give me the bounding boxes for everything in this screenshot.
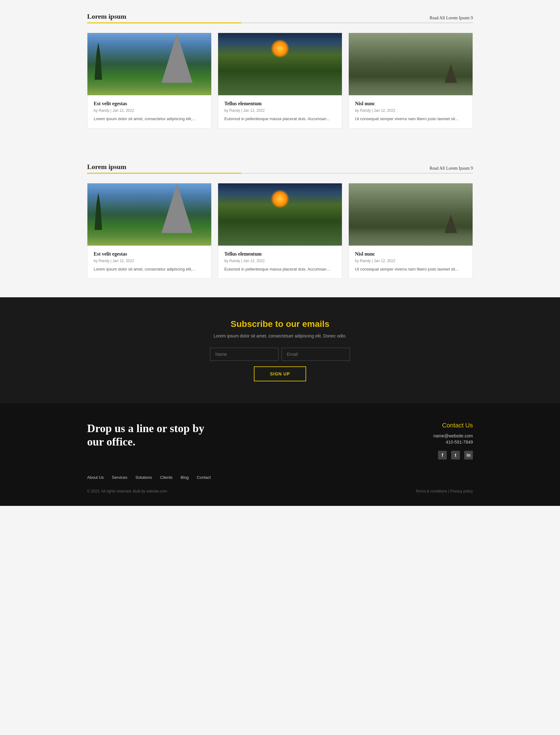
footer-nav-clients[interactable]: Clients xyxy=(160,475,173,480)
card-2-2-excerpt: Euismod in pellentesque massa placerat d… xyxy=(224,266,336,272)
footer-nav-solutions[interactable]: Solutions xyxy=(135,475,152,480)
card-1-1-image xyxy=(87,33,211,95)
card-1-2-image xyxy=(218,33,342,95)
card-1-2-excerpt: Euismod in pellentesque massa placerat d… xyxy=(224,116,336,122)
subscribe-title: Subscribe to our emails xyxy=(87,319,473,329)
card-2-2-image xyxy=(218,183,342,246)
card-2-2-body: Tellus elementum by Randy | Jan 12, 2022… xyxy=(218,246,342,278)
blog-section-2: Lorem ipsum Read All Lorem Ipsum 9 Est v… xyxy=(0,150,560,297)
card-1-2-meta: by Randy | Jan 12, 2022 xyxy=(224,108,336,113)
footer-nav-contact[interactable]: Contact xyxy=(197,475,211,480)
privacy-link[interactable]: Privacy policy xyxy=(450,489,473,494)
card-1-3-image xyxy=(349,33,473,95)
footer-main: Drop us a line or stop by our office. Co… xyxy=(87,422,473,460)
subscribe-form xyxy=(87,348,473,361)
terms-link[interactable]: Terms & conditions xyxy=(415,489,447,494)
footer-nav-services[interactable]: Services xyxy=(112,475,127,480)
footer-nav: About Us Services Solutions Clients Blog… xyxy=(87,475,473,480)
card-1-1[interactable]: Est velit egestas by Randy | Jan 12, 202… xyxy=(87,33,212,129)
card-2-1-title: Est velit egestas xyxy=(94,251,205,257)
twitter-icon[interactable]: t xyxy=(451,451,460,460)
card-2-3-image xyxy=(349,183,473,246)
card-1-1-excerpt: Lorem ipsum dolor sit amet, consectetur … xyxy=(94,116,205,122)
blog-section-1: Lorem ipsum Read All Lorem Ipsum 9 Est v… xyxy=(0,0,560,147)
card-2-3[interactable]: Nisl nunc by Randy | Jan 12, 2022 Ut con… xyxy=(348,183,473,279)
section-1-divider xyxy=(87,22,473,23)
section-2-divider xyxy=(87,173,473,174)
footer-contact-title: Contact Us xyxy=(433,422,473,429)
section-1-title: Lorem ipsum xyxy=(87,12,126,21)
subscribe-description: Lorem ipsum dolor sit amet, consectetuer… xyxy=(87,333,473,338)
card-1-1-title: Est velit egestas xyxy=(94,101,205,106)
card-1-1-meta: by Randy | Jan 12, 2022 xyxy=(94,108,205,113)
footer-contact-email: name@website.com xyxy=(433,433,473,438)
footer-nav-blog[interactable]: Blog xyxy=(181,475,189,480)
card-1-2-title: Tellus elementum xyxy=(224,101,336,106)
card-1-2-body: Tellus elementum by Randy | Jan 12, 2022… xyxy=(218,95,342,128)
footer-contact-phone: 410-591-7849 xyxy=(433,440,473,445)
linkedin-icon[interactable]: in xyxy=(464,451,473,460)
footer-tagline: Drop us a line or stop by our office. xyxy=(87,422,212,449)
card-2-3-body: Nisl nunc by Randy | Jan 12, 2022 Ut con… xyxy=(349,246,473,278)
card-2-1-image xyxy=(87,183,211,246)
card-1-3-title: Nisl nunc xyxy=(355,101,466,106)
section-2-read-all[interactable]: Read All Lorem Ipsum 9 xyxy=(430,166,473,171)
facebook-icon[interactable]: f xyxy=(438,451,447,460)
card-2-3-title: Nisl nunc xyxy=(355,251,466,257)
card-2-2-meta: by Randy | Jan 12, 2022 xyxy=(224,259,336,263)
card-1-2[interactable]: Tellus elementum by Randy | Jan 12, 2022… xyxy=(218,33,342,129)
card-2-2[interactable]: Tellus elementum by Randy | Jan 12, 2022… xyxy=(218,183,342,279)
section-1-read-all[interactable]: Read All Lorem Ipsum 9 xyxy=(430,16,473,21)
card-2-3-excerpt: Ut consequat semper viverra nam libero j… xyxy=(355,266,466,272)
footer-nav-about-us[interactable]: About Us xyxy=(87,475,104,480)
name-input[interactable] xyxy=(210,348,278,361)
card-1-3-meta: by Randy | Jan 12, 2022 xyxy=(355,108,466,113)
card-1-3[interactable]: Nisl nunc by Randy | Jan 12, 2022 Ut con… xyxy=(348,33,473,129)
subscribe-section: Subscribe to our emails Lorem ipsum dolo… xyxy=(0,297,560,403)
section-2-title: Lorem ipsum xyxy=(87,163,126,171)
card-2-1[interactable]: Est velit egestas by Randy | Jan 12, 202… xyxy=(87,183,212,279)
signup-button[interactable]: SIGN UP xyxy=(254,366,306,382)
card-2-1-excerpt: Lorem ipsum dolor sit amet, consectetur … xyxy=(94,266,205,272)
section-1-cards-grid: Est velit egestas by Randy | Jan 12, 202… xyxy=(87,33,473,129)
footer-legal-links: Terms & conditions | Privacy policy xyxy=(415,489,473,494)
email-input[interactable] xyxy=(282,348,350,361)
section-1-header: Lorem ipsum Read All Lorem Ipsum 9 xyxy=(87,12,473,21)
section-2-header: Lorem ipsum Read All Lorem Ipsum 9 xyxy=(87,163,473,171)
section-2-cards-grid: Est velit egestas by Randy | Jan 12, 202… xyxy=(87,183,473,279)
card-2-2-title: Tellus elementum xyxy=(224,251,336,257)
card-1-1-body: Est velit egestas by Randy | Jan 12, 202… xyxy=(87,95,211,128)
footer-social-icons: f t in xyxy=(433,451,473,460)
card-1-3-body: Nisl nunc by Randy | Jan 12, 2022 Ut con… xyxy=(349,95,473,128)
footer-contact-column: Contact Us name@website.com 410-591-7849… xyxy=(433,422,473,460)
footer: Drop us a line or stop by our office. Co… xyxy=(0,403,560,506)
footer-copyright: © 2023. All rights reserved. Built by we… xyxy=(87,489,167,494)
footer-legal: © 2023. All rights reserved. Built by we… xyxy=(87,489,473,494)
card-2-1-meta: by Randy | Jan 12, 2022 xyxy=(94,259,205,263)
card-1-3-excerpt: Ut consequat semper viverra nam libero j… xyxy=(355,116,466,122)
card-2-3-meta: by Randy | Jan 12, 2022 xyxy=(355,259,466,263)
card-2-1-body: Est velit egestas by Randy | Jan 12, 202… xyxy=(87,246,211,278)
